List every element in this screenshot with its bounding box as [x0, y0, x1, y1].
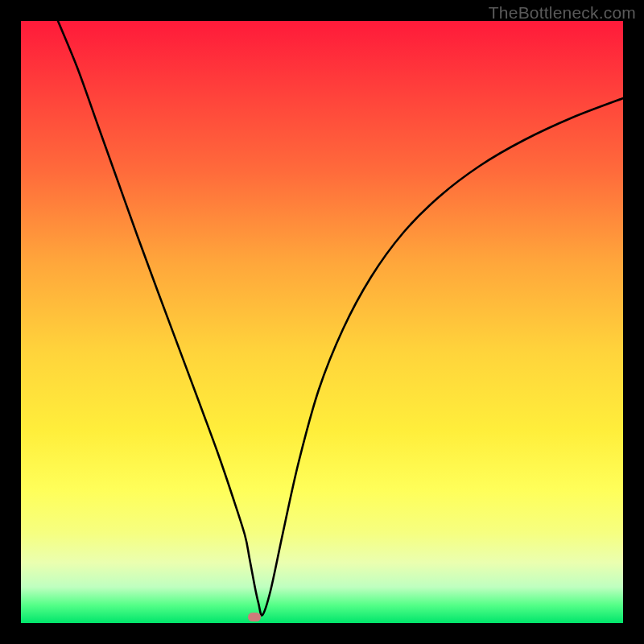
watermark-text: TheBottleneck.com: [489, 3, 636, 23]
bottleneck-curve: [58, 21, 623, 615]
chart-curve-svg: [21, 21, 623, 623]
chart-plot-area: [21, 21, 623, 623]
optimal-point-marker: [248, 613, 261, 621]
